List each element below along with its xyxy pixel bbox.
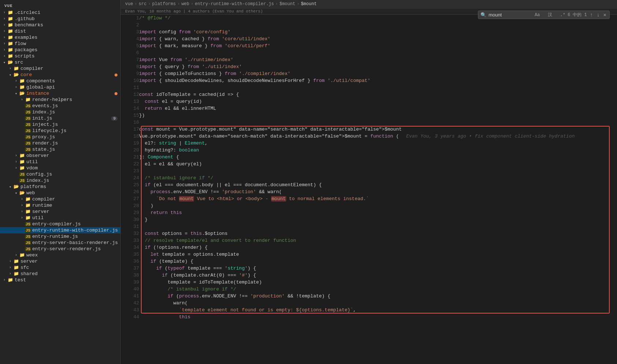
tree-item-src[interactable]: ▾📂src xyxy=(0,59,120,65)
tree-item-util2[interactable]: ›📁util xyxy=(0,215,120,221)
line-content xyxy=(139,119,617,126)
tree-item-compiler[interactable]: ›📁compiler xyxy=(0,65,120,72)
tree-item-server[interactable]: ›📁server xyxy=(0,209,120,215)
tree-item-shared[interactable]: ›📁shared xyxy=(0,271,120,277)
line-number: 13 xyxy=(121,98,139,105)
line-number: 6 xyxy=(121,49,139,56)
code-line: 42 warn( xyxy=(121,300,617,307)
code-line: 29 return this xyxy=(121,209,617,216)
folder-icon: 📁 xyxy=(7,29,13,34)
line-number: 17 xyxy=(121,126,139,133)
git-inline-annotation: Evan You, 3 years ago • fix component cl… xyxy=(406,134,575,139)
line-content xyxy=(139,84,617,91)
line-number: 31 xyxy=(121,223,139,230)
line-content: import config from 'core/config' xyxy=(139,29,617,35)
tree-item-entry-server-renderer.js[interactable]: JSentry-server-renderer.js xyxy=(0,246,120,252)
tree-item-weex[interactable]: ›📁weex xyxy=(0,252,120,258)
tree-item-label: render-helpers xyxy=(32,97,120,102)
tree-item-sfc[interactable]: ›📁sfc xyxy=(0,264,120,271)
search-close-button[interactable]: ✕ xyxy=(603,12,607,18)
search-bar[interactable]: 🔍 Aa 汉 .* 6 中的 1 ↑ ↓ ✕ xyxy=(478,11,610,19)
tree-item-vdom[interactable]: ›📁vdom xyxy=(0,165,120,171)
line-content: if (process.env.NODE_ENV !== 'production… xyxy=(139,293,617,300)
code-line: 4import { warn, cached } from 'core/util… xyxy=(121,35,617,42)
tree-item-render-helpers[interactable]: ›📁render-helpers xyxy=(0,97,120,103)
line-content xyxy=(139,168,617,175)
tree-item-flow[interactable]: ›📁flow xyxy=(0,41,120,47)
line-number: 40 xyxy=(121,286,139,293)
breadcrumb-separator: › xyxy=(135,1,137,7)
line-content: import { shouldDecodeNewlines, shouldDec… xyxy=(139,77,617,84)
tree-item-label: .github xyxy=(15,16,120,22)
search-next-button[interactable]: ↓ xyxy=(596,12,600,18)
tree-item-instance[interactable]: ▾📂instance xyxy=(0,90,120,97)
tree-item-entry-compiler.js[interactable]: JSentry-compiler.js xyxy=(0,221,120,227)
tree-item-compiler2[interactable]: ›📁compiler xyxy=(0,196,120,202)
tree-item-github[interactable]: ›📁.github xyxy=(0,16,120,22)
line-content xyxy=(139,49,617,56)
tree-item-examples[interactable]: ›📁examples xyxy=(0,34,120,41)
code-editor[interactable]: 1/* @flow */23import config from 'core/c… xyxy=(121,15,617,364)
tree-item-scripts[interactable]: ›📁scripts xyxy=(0,53,120,59)
tree-item-proxy.js[interactable]: JSproxy.js xyxy=(0,134,120,140)
tree-item-label: entry-runtime-with-compiler.js xyxy=(32,228,120,233)
tree-item-label: platforms xyxy=(20,184,120,189)
tree-item-label: dist xyxy=(15,29,120,34)
tree-item-circleci[interactable]: ›📁.circleci xyxy=(0,10,120,16)
tree-item-platforms[interactable]: ▾📂platforms xyxy=(0,184,120,190)
search-prev-button[interactable]: ↑ xyxy=(589,12,594,18)
explorer-title: VUE xyxy=(0,1,120,10)
line-number: 41 xyxy=(121,293,139,300)
line-number: 38 xyxy=(121,272,139,279)
tree-item-components[interactable]: ›📁components xyxy=(0,78,120,84)
search-input[interactable] xyxy=(489,12,532,18)
tree-item-web[interactable]: ▾📂web xyxy=(0,190,120,196)
js-file-icon: JS xyxy=(25,109,31,115)
tree-item-lifecycle.js[interactable]: JSlifecycle.js xyxy=(0,128,120,134)
tree-item-render.js[interactable]: JSrender.js xyxy=(0,140,120,146)
code-line: 14 return el && el.innerHTML xyxy=(121,105,617,112)
tree-item-index.js2[interactable]: JSindex.js xyxy=(0,177,120,184)
tree-item-label: compiler xyxy=(32,196,120,202)
expand-arrow: › xyxy=(7,266,13,270)
tree-item-state.js[interactable]: JSstate.js xyxy=(0,146,120,153)
tree-item-entry-server-basic-renderer.js[interactable]: JSentry-server-basic-renderer.js xyxy=(0,240,120,246)
code-line: 32 const options = this.$options xyxy=(121,230,617,237)
tree-item-index.js[interactable]: JSindex.js xyxy=(0,109,120,115)
line-content: el?: string | Element, xyxy=(139,140,617,147)
tree-item-benchmarks[interactable]: ›📁benchmarks xyxy=(0,22,120,28)
tree-item-dist[interactable]: ›📁dist xyxy=(0,28,120,34)
tree-item-events.js[interactable]: JSevents.js xyxy=(0,103,120,109)
line-number: 26 xyxy=(121,188,139,195)
code-line: 27 `Do not mount Vue to <html> or <body>… xyxy=(121,195,617,202)
expand-arrow: › xyxy=(19,210,25,214)
tree-item-label: flow xyxy=(15,41,120,46)
tree-item-core[interactable]: ▾📂core xyxy=(0,72,120,78)
tree-item-init.js[interactable]: JSinit.js9 xyxy=(0,115,120,121)
tree-item-test[interactable]: ›📁test xyxy=(0,277,120,283)
tree-item-util[interactable]: ›📁util xyxy=(0,159,120,165)
code-line: 15}) xyxy=(121,112,617,119)
folder-icon: 📁 xyxy=(7,16,13,22)
file-tree: ›📁.circleci›📁.github›📁benchmarks›📁dist›📁… xyxy=(0,10,120,283)
js-file-icon: JS xyxy=(25,134,31,140)
search-match: mount xyxy=(271,196,286,202)
tree-item-config.js[interactable]: JSconfig.js xyxy=(0,171,120,177)
tree-item-packages[interactable]: ›📁packages xyxy=(0,47,120,53)
folder-icon: 📂 xyxy=(13,72,19,78)
tree-item-entry-runtime-with-compiler.js[interactable]: JSentry-runtime-with-compiler.js xyxy=(0,227,120,233)
code-line: 8import { query } from './util/index' xyxy=(121,63,617,70)
breadcrumb-separator: › xyxy=(191,1,193,7)
folder-icon: 📁 xyxy=(7,10,13,15)
tree-item-global-api[interactable]: ›📁global-api xyxy=(0,84,120,90)
tree-item-server[interactable]: ›📁server xyxy=(0,258,120,264)
folder-icon: 📁 xyxy=(13,66,19,71)
tree-item-inject.js[interactable]: JSinject.js xyxy=(0,121,120,128)
code-line: 36 if (template) { xyxy=(121,258,617,265)
tree-item-entry-runtime.js[interactable]: JSentry-runtime.js xyxy=(0,233,120,240)
line-number: 42 xyxy=(121,300,139,307)
tree-item-observer[interactable]: ›📁observer xyxy=(0,153,120,159)
line-number: 20 xyxy=(121,147,139,154)
tree-item-runtime[interactable]: ›📁runtime xyxy=(0,202,120,209)
search-match: mount xyxy=(179,134,193,139)
